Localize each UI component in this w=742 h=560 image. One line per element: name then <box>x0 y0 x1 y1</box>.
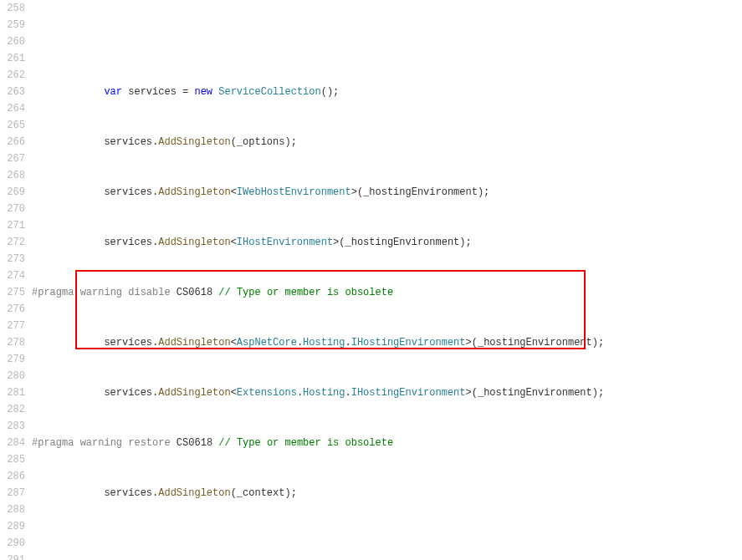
line-number-gutter: 258 259 260 261 262 263 264 265 266 267 … <box>0 0 32 560</box>
line-number: 289 <box>0 518 25 535</box>
line-number: 286 <box>0 468 25 485</box>
line-number: 283 <box>0 418 25 435</box>
line-number: 272 <box>0 234 25 251</box>
line-number: 264 <box>0 100 25 117</box>
code-line <box>32 535 739 552</box>
line-number: 288 <box>0 501 25 518</box>
line-number: 281 <box>0 384 25 401</box>
code-line: #pragma warning disable CS0618 // Type o… <box>32 284 739 301</box>
line-number: 275 <box>0 284 25 301</box>
code-line: services.AddSingleton<Extensions.Hosting… <box>32 384 739 401</box>
code-line: #pragma warning restore CS0618 // Type o… <box>32 435 739 451</box>
line-number: 273 <box>0 251 25 267</box>
line-number: 290 <box>0 535 25 552</box>
line-number: 280 <box>0 368 25 384</box>
line-number: 262 <box>0 67 25 84</box>
line-number: 265 <box>0 117 25 134</box>
line-number: 263 <box>0 84 25 100</box>
line-number: 267 <box>0 150 25 167</box>
code-line: services.AddSingleton(_options); <box>32 134 739 150</box>
line-number: 282 <box>0 401 25 418</box>
code-body[interactable]: var services = new ServiceCollection(); … <box>32 0 742 560</box>
line-number: 285 <box>0 451 25 468</box>
code-line: var services = new ServiceCollection(); <box>32 84 739 100</box>
line-number: 284 <box>0 435 25 451</box>
line-number: 279 <box>0 351 25 368</box>
code-line: services.AddSingleton<IHostEnvironment>(… <box>32 234 739 251</box>
line-number: 269 <box>0 184 25 201</box>
code-view: 258 259 260 261 262 263 264 265 266 267 … <box>0 0 742 560</box>
line-number: 291 <box>0 552 25 560</box>
line-number: 270 <box>0 201 25 217</box>
line-number: 287 <box>0 485 25 501</box>
code-line: services.AddSingleton(_context); <box>32 485 739 501</box>
line-number: 261 <box>0 50 25 67</box>
line-number: 276 <box>0 301 25 318</box>
line-number: 274 <box>0 267 25 284</box>
line-number: 268 <box>0 167 25 184</box>
line-number: 266 <box>0 134 25 150</box>
code-line: services.AddSingleton<AspNetCore.Hosting… <box>32 334 739 351</box>
line-number: 258 <box>0 0 25 17</box>
line-number: 271 <box>0 217 25 234</box>
line-number: 260 <box>0 33 25 50</box>
line-number: 277 <box>0 318 25 334</box>
line-number: 278 <box>0 334 25 351</box>
line-number: 259 <box>0 17 25 33</box>
code-line: services.AddSingleton<IWebHostEnvironmen… <box>32 184 739 201</box>
